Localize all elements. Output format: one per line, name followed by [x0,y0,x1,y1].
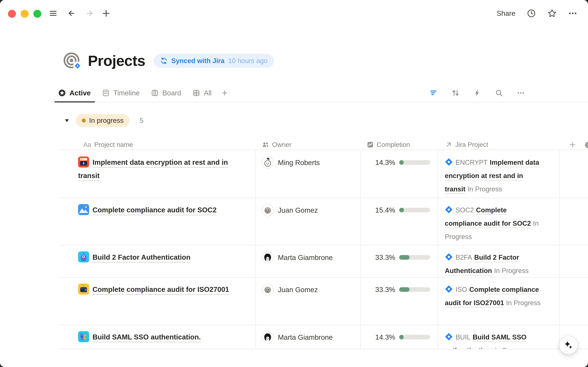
tab-all[interactable]: All [189,84,215,102]
completion-cell[interactable]: 15.4% [361,198,438,245]
sync-badge-label: Synced with Jira [171,57,224,65]
close-window-button[interactable] [8,10,16,18]
filter-icon[interactable] [430,89,438,97]
owner-name: Marta Giambrone [278,251,333,264]
back-icon[interactable] [67,9,76,18]
collapse-triangle-icon[interactable] [64,117,70,123]
forward-icon[interactable] [85,9,94,18]
share-button[interactable]: Share [497,9,515,17]
sort-icon[interactable] [451,89,460,97]
add-column-button[interactable] [560,140,588,150]
clipped-more-icon [585,142,588,148]
owner-cell[interactable]: Ming Roberts [256,150,361,198]
table-body: Implement data encryption at rest and in… [58,150,588,349]
tab-label: Active [69,89,91,97]
jira-status: In Progress [506,299,540,307]
completion-cell[interactable]: 14.3% [361,150,438,198]
owner-cell[interactable]: Marta Giambrone [256,245,361,277]
project-icon-books [78,331,89,342]
owner-cell[interactable]: Juan Gomez [256,198,361,245]
jira-cell[interactable]: ISOComplete compliance audit for ISO2700… [438,278,560,325]
column-header-jira-project[interactable]: Jira Project [438,140,560,150]
completion-cell[interactable]: 33.3% [361,245,438,277]
empty-cell[interactable] [560,278,588,325]
owner-cell[interactable]: Juan Gomez [256,278,361,325]
more-icon[interactable] [517,89,525,97]
avatar [262,284,274,296]
owner-name: Juan Gomez [278,204,318,216]
progress-bar [399,208,430,212]
ai-assistant-button[interactable] [559,336,578,354]
people-icon [262,141,269,148]
add-view-button[interactable] [220,84,230,102]
completion-value: 14.3% [367,333,395,341]
tab-label: Board [162,89,181,97]
star-circle-icon [58,89,66,97]
table-header: Aa Project name Owner Completion Jira Pr… [58,140,588,150]
project-title-link[interactable]: Complete compliance audit for ISO27001 [92,285,229,293]
project-title-link[interactable]: Implement data encryption at rest and in… [78,158,228,180]
window-controls [8,10,41,18]
jira-cell[interactable]: B2FABuild 2 Factor AuthenticationIn Prog… [438,245,560,277]
jira-cell[interactable]: ENCRYPTImplement data encryption at rest… [438,150,560,198]
progress-bar [399,335,430,339]
project-icon-mountain [78,204,89,215]
avatar [262,157,274,168]
status-badge[interactable]: In progress [76,114,129,127]
project-title-link[interactable]: Build 2 Factor Authentication [92,253,190,261]
tab-active[interactable]: Active [55,84,94,102]
table-row: Complete compliance audit for SOC2 Juan … [58,198,588,245]
table-row: Build 2 Factor Authentication Marta Giam… [58,245,588,278]
jira-cell[interactable]: SOC2Complete compliance audit for SOC2In… [438,198,560,245]
page-target-icon[interactable] [63,51,82,70]
progress-bar [399,255,430,260]
text-icon: Aa [83,141,91,148]
jira-status: In Progress [467,185,502,193]
app-window: Share Projects [0,0,588,367]
table-row: Complete compliance audit for ISO27001 J… [58,278,588,325]
zap-icon[interactable] [473,89,481,97]
arrow-up-right-icon [445,141,452,148]
tab-label: All [204,89,212,97]
jira-key: ISO [455,286,467,293]
avatar [262,251,274,264]
project-title-link[interactable]: Build SAML SSO authentication. [92,333,201,341]
jira-icon [445,332,453,340]
timeline-icon [102,89,110,97]
progress-bar [399,287,430,292]
completion-cell[interactable]: 33.3% [361,278,438,325]
owner-cell[interactable]: Marta Giambrone [256,325,361,349]
favorite-star-icon[interactable] [547,8,557,18]
column-header-completion[interactable]: Completion [361,140,438,150]
active-tab-underline [55,101,95,102]
jira-cell[interactable]: BUILBuild SAML SSO authentication.In Pro… [438,325,560,349]
page-title[interactable]: Projects [88,52,145,69]
empty-cell[interactable] [560,150,588,198]
tab-label: Timeline [113,89,140,97]
new-tab-icon[interactable] [102,9,111,18]
search-icon[interactable] [495,89,503,97]
completion-value: 14.3% [367,158,395,167]
tab-timeline[interactable]: Timeline [99,84,143,102]
empty-cell[interactable] [560,245,588,277]
clock-icon[interactable] [527,9,536,18]
progress-bar [399,160,430,165]
jira-key: B2FA [455,254,472,261]
completion-cell[interactable]: 14.3% [361,325,438,349]
project-title-link[interactable]: Complete compliance audit for SOC2 [92,206,216,214]
jira-icon [445,157,453,165]
tab-board[interactable]: Board [148,84,184,102]
jira-sync-badge[interactable]: Synced with Jira 10 hours ago [154,54,274,68]
empty-cell[interactable] [560,198,588,245]
jira-icon [445,252,453,260]
column-header-owner[interactable]: Owner [256,140,361,150]
zoom-window-button[interactable] [33,10,41,18]
jira-status: In Progress [495,347,529,349]
column-header-project-name[interactable]: Aa Project name [58,140,256,150]
hamburger-icon[interactable] [49,9,58,18]
minimize-window-button[interactable] [21,10,29,18]
more-icon[interactable] [568,9,577,18]
jira-key: SOC2 [455,206,474,214]
project-icon-app-window [78,157,89,167]
table-row: Implement data encryption at rest and in… [58,150,588,198]
